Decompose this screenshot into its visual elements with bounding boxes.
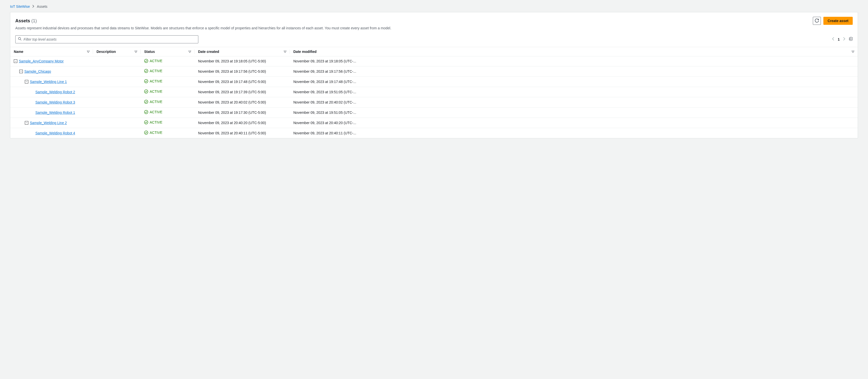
cell-description [93, 66, 141, 76]
column-header-modified-label: Date modified [293, 50, 317, 54]
cell-date-modified: November 09, 2023 at 20:40:20 (UTC-... [290, 118, 858, 128]
page-title: Assets (1) [15, 18, 37, 24]
check-circle-icon [144, 59, 148, 63]
page-title-text: Assets [15, 18, 30, 23]
status-text: ACTIVE [150, 110, 162, 114]
asset-count: (1) [31, 18, 37, 23]
table-row: Sample_Welding Robot 2ACTIVENovember 09,… [10, 87, 858, 97]
refresh-button[interactable] [813, 17, 821, 25]
cell-description [93, 76, 141, 87]
column-header-modified[interactable]: Date modified [290, 47, 858, 56]
tree-collapse-toggle[interactable]: − [14, 59, 17, 63]
page-prev-button[interactable] [832, 37, 834, 41]
chevron-right-icon [32, 4, 34, 8]
status-text: ACTIVE [150, 131, 162, 135]
svg-point-2 [145, 59, 148, 63]
gear-icon [849, 38, 853, 42]
cell-description [93, 128, 141, 138]
page-description: Assets represent industrial devices and … [15, 26, 853, 31]
cell-description [93, 87, 141, 97]
cell-date-created: November 09, 2023 at 20:40:02 (UTC-5:00) [194, 97, 290, 107]
filter-input[interactable] [24, 37, 195, 41]
check-circle-icon [144, 110, 148, 114]
cell-date-modified: November 09, 2023 at 20:40:02 (UTC-... [290, 97, 858, 107]
svg-point-4 [145, 80, 148, 83]
tree-collapse-toggle[interactable]: − [25, 121, 28, 125]
check-circle-icon [144, 131, 148, 135]
sort-caret-icon [189, 51, 191, 53]
sort-caret-icon [852, 51, 854, 53]
asset-link[interactable]: Sample_Welding Line 1 [30, 80, 67, 84]
svg-point-9 [145, 131, 148, 134]
breadcrumb-current: Assets [37, 4, 48, 8]
status-text: ACTIVE [150, 90, 162, 94]
status-badge: ACTIVE [144, 131, 162, 135]
assets-table: Name Description Status Date created Dat… [10, 47, 858, 138]
status-text: ACTIVE [150, 69, 162, 73]
table-row: Sample_Welding Robot 3ACTIVENovember 09,… [10, 97, 858, 107]
status-badge: ACTIVE [144, 110, 162, 114]
column-header-description[interactable]: Description [93, 47, 141, 56]
column-header-status[interactable]: Status [141, 47, 194, 56]
page-number: 1 [838, 37, 840, 41]
cell-date-created: November 09, 2023 at 19:18:05 (UTC-5:00) [194, 56, 290, 66]
svg-point-3 [145, 69, 148, 73]
column-header-name-label: Name [14, 50, 23, 54]
check-circle-icon [144, 90, 148, 94]
page-next-button[interactable] [843, 37, 845, 41]
cell-date-modified: November 09, 2023 at 19:51:05 (UTC-... [290, 107, 858, 118]
sort-caret-icon [135, 51, 137, 53]
filter-box[interactable] [15, 35, 198, 43]
column-header-status-label: Status [144, 50, 155, 54]
cell-description [93, 56, 141, 66]
breadcrumb-root-link[interactable]: IoT SiteWise [10, 4, 30, 8]
svg-line-1 [20, 39, 21, 40]
status-badge: ACTIVE [144, 59, 162, 63]
status-badge: ACTIVE [144, 100, 162, 104]
svg-point-5 [145, 90, 148, 93]
settings-button[interactable] [849, 37, 853, 42]
assets-panel: Assets (1) Create asset Assets represent… [10, 12, 858, 138]
breadcrumb: IoT SiteWise Assets [10, 4, 858, 8]
status-badge: ACTIVE [144, 69, 162, 73]
check-circle-icon [144, 79, 148, 83]
asset-link[interactable]: Sample_Welding Robot 1 [35, 110, 75, 115]
column-header-description-label: Description [96, 50, 116, 54]
table-row: Sample_Welding Robot 1ACTIVENovember 09,… [10, 107, 858, 118]
status-badge: ACTIVE [144, 120, 162, 124]
status-text: ACTIVE [150, 120, 162, 124]
column-header-name[interactable]: Name [10, 47, 93, 56]
svg-point-8 [145, 121, 148, 124]
check-circle-icon [144, 100, 148, 104]
cell-date-modified: November 09, 2023 at 19:18:05 (UTC-... [290, 56, 858, 66]
create-asset-button[interactable]: Create asset [824, 17, 853, 25]
cell-date-modified: November 09, 2023 at 19:17:48 (UTC-... [290, 76, 858, 87]
column-header-created[interactable]: Date created [194, 47, 290, 56]
tree-collapse-toggle[interactable]: − [25, 80, 28, 84]
asset-link[interactable]: Sample_Chicago [24, 69, 51, 73]
cell-date-created: November 09, 2023 at 20:40:11 (UTC-5:00) [194, 128, 290, 138]
cell-description [93, 107, 141, 118]
sort-caret-icon [87, 51, 90, 53]
check-circle-icon [144, 69, 148, 73]
cell-date-created: November 09, 2023 at 19:17:39 (UTC-5:00) [194, 87, 290, 97]
asset-link[interactable]: Sample_Welding Robot 2 [35, 90, 75, 94]
asset-link[interactable]: Sample_Welding Line 2 [30, 121, 67, 125]
refresh-icon [815, 19, 819, 23]
asset-link[interactable]: Sample_Welding Robot 4 [35, 131, 75, 135]
status-text: ACTIVE [150, 79, 162, 83]
table-row: −Sample_Welding Line 2ACTIVENovember 09,… [10, 118, 858, 128]
check-circle-icon [144, 120, 148, 124]
table-row: −Sample_AnyCompany MotorACTIVENovember 0… [10, 56, 858, 66]
table-row: −Sample_ChicagoACTIVENovember 09, 2023 a… [10, 66, 858, 76]
svg-point-7 [145, 110, 148, 114]
table-row: Sample_Welding Robot 4ACTIVENovember 09,… [10, 128, 858, 138]
cell-date-created: November 09, 2023 at 19:17:30 (UTC-5:00) [194, 107, 290, 118]
asset-link[interactable]: Sample_AnyCompany Motor [19, 59, 64, 63]
pagination: 1 [832, 37, 853, 42]
column-header-created-label: Date created [198, 50, 219, 54]
cell-date-created: November 09, 2023 at 19:17:56 (UTC-5:00) [194, 66, 290, 76]
tree-collapse-toggle[interactable]: − [19, 70, 23, 73]
asset-link[interactable]: Sample_Welding Robot 3 [35, 100, 75, 104]
search-icon [18, 37, 22, 41]
